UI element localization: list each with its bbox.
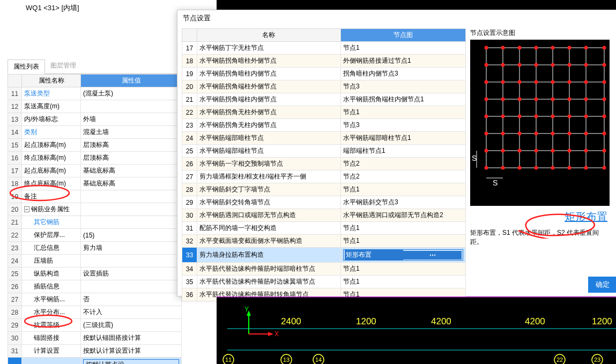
- prop-value[interactable]: [81, 190, 182, 203]
- property-row[interactable]: 14类别混凝土墙: [8, 126, 182, 139]
- node-jdt[interactable]: 节点1: [340, 276, 465, 288]
- node-row[interactable]: 32水平变截面墙变截面侧水平钢筋构造节点1: [182, 235, 466, 248]
- prop-value[interactable]: 按默认计算设置计算: [81, 345, 182, 358]
- prop-value[interactable]: (混凝土泵): [81, 87, 182, 100]
- node-row[interactable]: 28水平钢筋斜交丁字墙节点节点1: [182, 183, 466, 196]
- prop-value[interactable]: 按默认节点设置计算⋯: [81, 358, 182, 365]
- property-row[interactable]: 32节点设置按默认节点设置计算⋯: [8, 358, 182, 365]
- prop-name: 泵送高度(m): [22, 100, 81, 113]
- node-jdt[interactable]: 节点3: [340, 119, 465, 132]
- property-row[interactable]: 11泵送类型(混凝土泵): [8, 87, 182, 100]
- prop-value[interactable]: [81, 100, 182, 113]
- node-row[interactable]: 23水平钢筋拐角无柱内侧节点节点3: [182, 119, 466, 132]
- node-jdt[interactable]: 水平钢筋拐角端柱内侧节点1: [340, 93, 465, 106]
- prop-value[interactable]: 不计入: [81, 306, 182, 319]
- prop-value[interactable]: 层顶标高: [81, 152, 182, 165]
- property-row[interactable]: 17起点底标高(m)基础底标高: [8, 165, 182, 177]
- prop-value[interactable]: 基础底标高: [81, 177, 182, 190]
- prop-value[interactable]: 按默认锚固搭接计算: [81, 332, 182, 345]
- prop-value[interactable]: [81, 255, 182, 268]
- prop-value[interactable]: 基础底标高: [81, 165, 182, 177]
- property-row[interactable]: 28水平分布...不计入: [8, 306, 182, 319]
- prop-value[interactable]: 混凝土墙: [81, 126, 182, 139]
- property-row[interactable]: 23汇总信息剪力墙: [8, 242, 182, 255]
- node-name: 水平筋代替边缘构件箍筋时端部暗柱节点: [197, 263, 341, 276]
- node-row[interactable]: 19水平钢筋拐角暗柱内侧节点拐角暗柱内侧节点3: [182, 68, 466, 80]
- tab-property-list[interactable]: 属性列表: [8, 60, 45, 74]
- prop-value[interactable]: 否: [81, 293, 182, 306]
- node-jdt[interactable]: 外侧钢筋搭接通过节点1: [340, 55, 465, 68]
- node-jdt[interactable]: 水平钢筋端部暗柱节点1: [340, 132, 465, 145]
- node-row[interactable]: 31配筋不同的墙一字相交构造节点1: [182, 222, 466, 235]
- node-jdt[interactable]: 节点2: [340, 170, 465, 183]
- prop-value[interactable]: (三级抗震): [81, 319, 182, 332]
- property-row[interactable]: 25纵筋构造设置插筋: [8, 268, 182, 280]
- row-number: 22: [8, 229, 22, 242]
- property-row[interactable]: 31计算设置按默认计算设置计算: [8, 345, 182, 358]
- node-jdt[interactable]: 节点1: [340, 263, 465, 276]
- node-jdt[interactable]: 节点1: [340, 222, 465, 235]
- prop-value[interactable]: 层顶标高: [81, 139, 182, 152]
- node-row[interactable]: 33剪力墙身拉筋布置构造矩形布置⋯: [182, 248, 466, 263]
- node-jdt[interactable]: 节点1: [340, 183, 465, 196]
- ellipsis-button[interactable]: ⋯: [403, 251, 462, 259]
- node-jdt[interactable]: 节点3: [340, 80, 465, 93]
- tab-layer-manage[interactable]: 图层管理: [45, 59, 81, 73]
- node-row-num: 33: [182, 248, 197, 263]
- property-row[interactable]: 18终点底标高(m)基础底标高: [8, 177, 182, 190]
- cad-viewport[interactable]: Y X 2400 1200 4200 4200 1200 11 13 14 22…: [217, 296, 616, 364]
- property-row[interactable]: 30锚固搭接按默认锚固搭接计算: [8, 332, 182, 345]
- node-jdt[interactable]: 水平钢筋遇洞口或端部无节点构造2: [340, 209, 465, 222]
- prop-value[interactable]: 设置插筋: [81, 268, 182, 280]
- property-row[interactable]: 29抗震等级(三级抗震): [8, 319, 182, 332]
- node-row-num: 36: [182, 288, 197, 301]
- property-row[interactable]: 21其它钢筋: [8, 216, 182, 229]
- node-row[interactable]: 26水平钢筋一字相交预制墙节点节点2: [182, 158, 466, 170]
- node-jdt[interactable]: 节点1: [340, 42, 465, 55]
- prop-value[interactable]: [81, 203, 182, 216]
- node-row[interactable]: 29水平钢筋斜交转角墙节点水平钢筋斜交节点3: [182, 196, 466, 209]
- property-row[interactable]: 26插筋信息: [8, 280, 182, 293]
- node-jdt[interactable]: 水平钢筋斜交节点3: [340, 196, 465, 209]
- node-jdt[interactable]: 节点1: [340, 106, 465, 119]
- svg-point-67: [584, 80, 588, 84]
- property-row[interactable]: 13内/外墙标志外墙: [8, 113, 182, 126]
- node-jdt[interactable]: 矩形布置⋯: [340, 248, 465, 263]
- node-row[interactable]: 27剪力墙遇框架柱/框支柱/端柱平齐一侧节点2: [182, 170, 466, 183]
- prop-value[interactable]: [81, 280, 182, 293]
- prop-value[interactable]: (15): [81, 229, 182, 242]
- property-row[interactable]: 22保护层厚...(15): [8, 229, 182, 242]
- property-row[interactable]: 24压墙筋: [8, 255, 182, 268]
- node-row[interactable]: 17水平钢筋丁字无柱节点节点1: [182, 42, 466, 55]
- preview-link[interactable]: 矩形布置: [470, 207, 612, 225]
- prop-value[interactable]: [81, 216, 182, 229]
- prop-name: 锚固搭接: [22, 332, 81, 345]
- property-row[interactable]: 16终点顶标高(m)层顶标高: [8, 152, 182, 165]
- node-row[interactable]: 22水平钢筋拐角无柱外侧节点节点1: [182, 106, 466, 119]
- svg-point-39: [518, 149, 522, 153]
- prop-value[interactable]: 外墙: [81, 113, 182, 126]
- svg-point-35: [518, 80, 522, 84]
- node-row[interactable]: 25水平钢筋端部端柱节点端部端柱节点1: [182, 145, 466, 158]
- row-number: 30: [8, 332, 22, 345]
- node-row[interactable]: 24水平钢筋端部暗柱节点水平钢筋端部暗柱节点1: [182, 132, 466, 145]
- node-row[interactable]: 30水平钢筋遇洞口或端部无节点构造水平钢筋遇洞口或端部无节点构造2: [182, 209, 466, 222]
- node-jdt[interactable]: 节点1: [340, 235, 465, 248]
- prop-name: 起点顶标高(m): [22, 139, 81, 152]
- property-row[interactable]: 12泵送高度(m): [8, 100, 182, 113]
- node-row[interactable]: 20水平钢筋拐角端柱外侧节点节点3: [182, 80, 466, 93]
- node-row[interactable]: 35水平筋代替边缘构件箍筋时边缘翼墙节点节点1: [182, 276, 466, 288]
- node-name: 水平钢筋斜交丁字墙节点: [197, 183, 341, 196]
- node-row[interactable]: 34水平筋代替边缘构件箍筋时端部暗柱节点节点1: [182, 263, 466, 276]
- node-jdt[interactable]: 拐角暗柱内侧节点3: [340, 68, 465, 80]
- property-row[interactable]: 27水平钢筋...否: [8, 293, 182, 306]
- node-jdt[interactable]: 端部端柱节点1: [340, 145, 465, 158]
- property-row[interactable]: 15起点顶标高(m)层顶标高: [8, 139, 182, 152]
- node-row[interactable]: 18水平钢筋拐角暗柱外侧节点外侧钢筋搭接通过节点1: [182, 55, 466, 68]
- node-jdt[interactable]: 节点2: [340, 158, 465, 170]
- ok-button[interactable]: 确定: [588, 277, 616, 293]
- node-row[interactable]: 21水平钢筋拐角端柱内侧节点水平钢筋拐角端柱内侧节点1: [182, 93, 466, 106]
- property-row[interactable]: 19备注: [8, 190, 182, 203]
- property-row[interactable]: 20−钢筋业务属性: [8, 203, 182, 216]
- prop-value[interactable]: 剪力墙: [81, 242, 182, 255]
